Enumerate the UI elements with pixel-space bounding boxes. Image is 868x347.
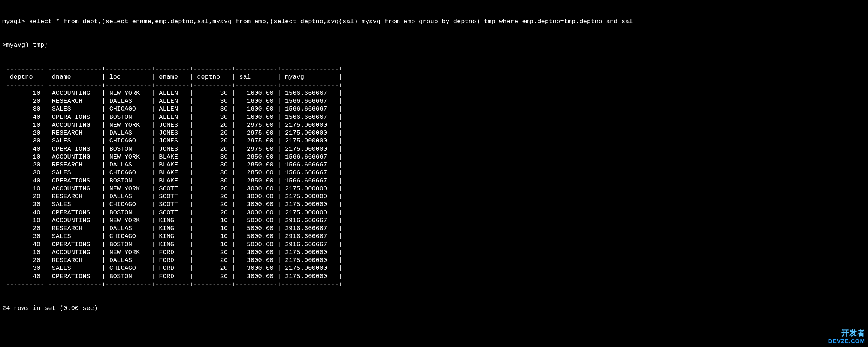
table-row: | 10 | ACCOUNTING | NEW YORK | KING | 10… — [2, 217, 866, 224]
table-row: | 10 | ACCOUNTING | NEW YORK | SCOTT | 2… — [2, 185, 866, 193]
sql-query-part1: select * from dept,(select ename,emp.dep… — [25, 18, 633, 25]
query-line-2: >myavg) tmp; — [2, 41, 866, 49]
table-header-row: | deptno | dname | loc | ename | deptno … — [2, 73, 866, 81]
result-table: +----------+--------------+------------+… — [2, 65, 866, 288]
table-row: | 20 | RESEARCH | DALLAS | JONES | 20 | … — [2, 129, 866, 137]
table-row: | 20 | RESEARCH | DALLAS | SCOTT | 20 | … — [2, 193, 866, 200]
table-row: | 40 | OPERATIONS | BOSTON | FORD | 20 |… — [2, 272, 866, 280]
table-row: | 30 | SALES | CHICAGO | ALLEN | 30 | 16… — [2, 105, 866, 113]
table-row: | 10 | ACCOUNTING | NEW YORK | ALLEN | 3… — [2, 89, 866, 97]
blank-line — [2, 328, 866, 336]
table-row: | 10 | ACCOUNTING | NEW YORK | JONES | 2… — [2, 121, 866, 129]
table-row: | 40 | OPERATIONS | BOSTON | BLAKE | 30 … — [2, 177, 866, 185]
terminal-output: mysql> select * from dept,(select ename,… — [0, 0, 868, 346]
table-row: | 30 | SALES | CHICAGO | JONES | 20 | 29… — [2, 137, 866, 145]
table-border: +----------+--------------+------------+… — [2, 280, 866, 288]
table-row: | 10 | ACCOUNTING | NEW YORK | BLAKE | 3… — [2, 153, 866, 161]
table-row: | 20 | RESEARCH | DALLAS | KING | 10 | 5… — [2, 224, 866, 232]
status-line: 24 rows in set (0.00 sec) — [2, 304, 866, 312]
table-border: +----------+--------------+------------+… — [2, 65, 866, 73]
table-row: | 40 | OPERATIONS | BOSTON | JONES | 20 … — [2, 145, 866, 153]
table-row: | 20 | RESEARCH | DALLAS | FORD | 20 | 3… — [2, 256, 866, 264]
table-row: | 10 | ACCOUNTING | NEW YORK | FORD | 20… — [2, 248, 866, 256]
mysql-prompt[interactable]: mysql> — [2, 18, 25, 25]
query-line: mysql> select * from dept,(select ename,… — [2, 18, 866, 25]
table-row: | 20 | RESEARCH | DALLAS | BLAKE | 30 | … — [2, 161, 866, 169]
table-row: | 40 | OPERATIONS | BOSTON | KING | 10 |… — [2, 241, 866, 248]
table-row: | 40 | OPERATIONS | BOSTON | ALLEN | 30 … — [2, 113, 866, 121]
table-border: +----------+--------------+------------+… — [2, 81, 866, 89]
table-row: | 30 | SALES | CHICAGO | SCOTT | 20 | 30… — [2, 200, 866, 208]
table-row: | 30 | SALES | CHICAGO | FORD | 20 | 300… — [2, 264, 866, 272]
table-row: | 30 | SALES | CHICAGO | BLAKE | 30 | 28… — [2, 169, 866, 176]
table-row: | 20 | RESEARCH | DALLAS | ALLEN | 30 | … — [2, 97, 866, 105]
table-row: | 40 | OPERATIONS | BOSTON | SCOTT | 20 … — [2, 209, 866, 217]
table-row: | 30 | SALES | CHICAGO | KING | 10 | 500… — [2, 232, 866, 240]
